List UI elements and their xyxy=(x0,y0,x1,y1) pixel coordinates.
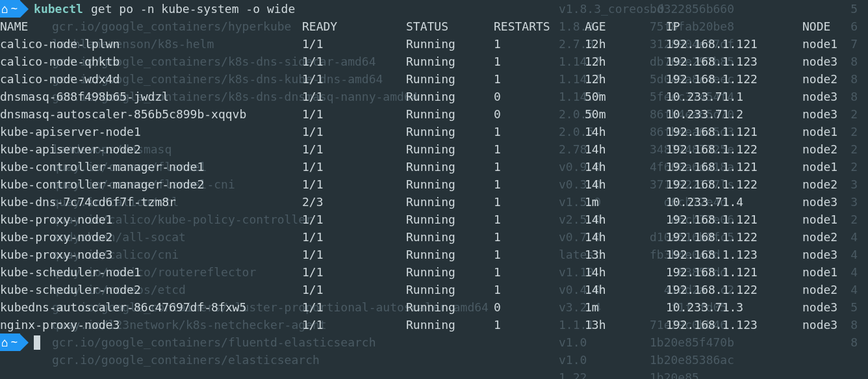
cell-node: node2 xyxy=(802,70,868,88)
cell-restarts: 0 xyxy=(494,105,585,123)
prompt-home-segment: ~ xyxy=(0,333,20,351)
cell-age: 12h xyxy=(585,35,666,53)
cell-status: Running xyxy=(406,298,494,316)
cell-ready: 1/1 xyxy=(302,176,406,193)
cell-ip: 10.233.71.4 xyxy=(666,193,802,211)
cell-node: node3 xyxy=(802,193,868,211)
cell-status: Running xyxy=(406,105,494,123)
table-row: kube-scheduler-node21/1Running114h192.16… xyxy=(0,281,868,298)
table-row: kube-proxy-node11/1Running114h192.168.1.… xyxy=(0,211,868,228)
table-row: kube-scheduler-node11/1Running114h192.16… xyxy=(0,263,868,281)
cell-restarts: 1 xyxy=(494,176,585,193)
cell-ip: 192.168.1.122 xyxy=(666,281,802,298)
cell-status: Running xyxy=(406,176,494,193)
cell-node: node2 xyxy=(802,281,868,298)
cell-ip: 192.168.1.122 xyxy=(666,176,802,193)
cell-status: Running xyxy=(406,70,494,88)
prompt-line-1: ~ kubectl get po -n kube-system -o wide xyxy=(0,0,868,18)
cell-name: kubedns-autoscaler-86c47697df-8fxw5 xyxy=(0,298,302,316)
cell-age: 14h xyxy=(585,228,666,246)
cell-ip: 192.168.1.123 xyxy=(666,53,802,70)
cell-status: Running xyxy=(406,35,494,53)
cell-name: kube-dns-7c74cd6f7f-tzm8r xyxy=(0,193,302,211)
cell-node: node3 xyxy=(802,246,868,263)
prompt-arrow-icon xyxy=(20,334,29,351)
cell-status: Running xyxy=(406,281,494,298)
cell-node: node3 xyxy=(802,88,868,105)
cell-restarts: 1 xyxy=(494,193,585,211)
cell-ready: 1/1 xyxy=(302,140,406,158)
table-row: kube-proxy-node31/1Running113h192.168.1.… xyxy=(0,246,868,263)
command-args[interactable]: get po -n kube-system -o wide xyxy=(91,0,295,18)
cell-ready: 1/1 xyxy=(302,316,406,333)
cell-age: 1m xyxy=(585,193,666,211)
cell-age: 14h xyxy=(585,211,666,228)
cell-status: Running xyxy=(406,140,494,158)
cell-restarts: 1 xyxy=(494,53,585,70)
cell-restarts: 1 xyxy=(494,246,585,263)
cell-age: 14h xyxy=(585,140,666,158)
cell-status: Running xyxy=(406,53,494,70)
table-row: kube-dns-7c74cd6f7f-tzm8r2/3Running11m10… xyxy=(0,193,868,211)
table-row: kube-controller-manager-node21/1Running1… xyxy=(0,176,868,193)
cell-status: Running xyxy=(406,263,494,281)
cell-age: 14h xyxy=(585,158,666,176)
cell-name: kube-proxy-node2 xyxy=(0,228,302,246)
cell-ready: 1/1 xyxy=(302,35,406,53)
cell-status: Running xyxy=(406,193,494,211)
cell-ready: 1/1 xyxy=(302,158,406,176)
cell-status: Running xyxy=(406,228,494,246)
cell-ip: 192.168.1.123 xyxy=(666,246,802,263)
cell-ready: 1/1 xyxy=(302,211,406,228)
cell-ip: 10.233.71.2 xyxy=(666,105,802,123)
cell-age: 50m xyxy=(585,88,666,105)
cell-restarts: 1 xyxy=(494,35,585,53)
cell-age: 1m xyxy=(585,298,666,316)
cell-restarts: 1 xyxy=(494,211,585,228)
home-icon xyxy=(1,333,8,352)
cell-ip: 192.168.1.122 xyxy=(666,70,802,88)
cell-name: calico-node-lplwn xyxy=(0,35,302,53)
cell-ip: 192.168.1.121 xyxy=(666,35,802,53)
cell-node: node2 xyxy=(802,176,868,193)
cell-ip: 10.233.71.3 xyxy=(666,298,802,316)
cell-age: 14h xyxy=(585,281,666,298)
cell-status: Running xyxy=(406,88,494,105)
cell-node: node3 xyxy=(802,53,868,70)
cell-age: 13h xyxy=(585,316,666,333)
cell-node: node3 xyxy=(802,298,868,316)
cell-node: node2 xyxy=(802,140,868,158)
prompt-line-2[interactable]: ~ xyxy=(0,333,868,351)
cell-age: 12h xyxy=(585,53,666,70)
table-row: dnsmasq-688f498b65-jwdzl1/1Running050m10… xyxy=(0,88,868,105)
cell-ip: 192.168.1.123 xyxy=(666,316,802,333)
cell-name: kube-apiserver-node1 xyxy=(0,123,302,140)
prompt-arrow-icon xyxy=(20,1,29,18)
command-name[interactable]: kubectl xyxy=(34,0,83,18)
cell-age: 13h xyxy=(585,246,666,263)
cell-name: kube-scheduler-node1 xyxy=(0,263,302,281)
cell-node: node1 xyxy=(802,263,868,281)
terminal-cursor[interactable] xyxy=(34,335,40,350)
cell-restarts: 1 xyxy=(494,316,585,333)
table-row: calico-node-lplwn1/1Running112h192.168.1… xyxy=(0,35,868,53)
cell-age: 14h xyxy=(585,263,666,281)
col-header-status: STATUS xyxy=(406,18,494,35)
cell-ready: 1/1 xyxy=(302,246,406,263)
col-header-age: AGE xyxy=(585,18,666,35)
cell-status: Running xyxy=(406,246,494,263)
table-row: dnsmasq-autoscaler-856b5c899b-xqqvb1/1Ru… xyxy=(0,105,868,123)
cell-age: 14h xyxy=(585,176,666,193)
cell-status: Running xyxy=(406,123,494,140)
table-row: kube-apiserver-node21/1Running114h192.16… xyxy=(0,140,868,158)
cell-ready: 1/1 xyxy=(302,263,406,281)
cell-name: dnsmasq-688f498b65-jwdzl xyxy=(0,88,302,105)
cell-ready: 1/1 xyxy=(302,88,406,105)
cell-name: kube-proxy-node1 xyxy=(0,211,302,228)
cell-restarts: 1 xyxy=(494,70,585,88)
cell-restarts: 0 xyxy=(494,298,585,316)
cell-ip: 192.168.1.121 xyxy=(666,211,802,228)
cell-restarts: 1 xyxy=(494,263,585,281)
cell-restarts: 1 xyxy=(494,123,585,140)
cell-node: node1 xyxy=(802,158,868,176)
